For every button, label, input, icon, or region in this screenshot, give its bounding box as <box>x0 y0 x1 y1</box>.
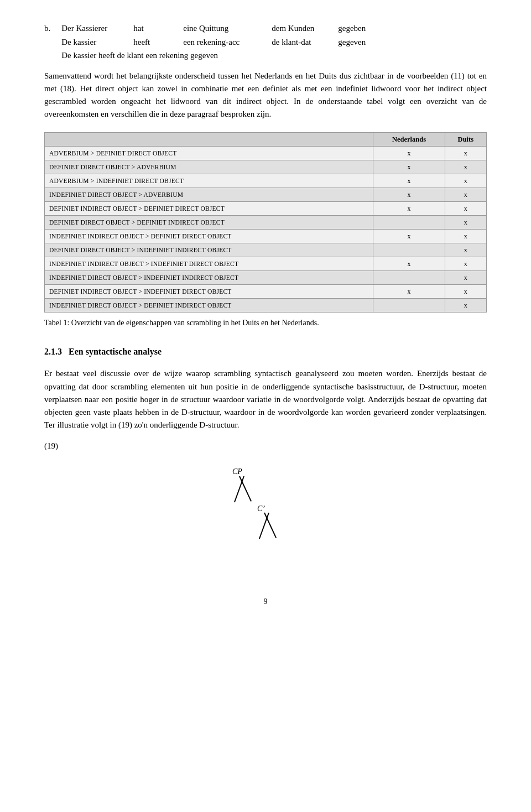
table-row: DEFINIET INDIRECT OBJECT > DEFINIET DIRE… <box>45 202 487 216</box>
section-b-label: b. <box>44 22 50 64</box>
line2-col4: de klant-dat <box>272 36 338 49</box>
table-cell-label: ADVERBIUM > DEFINIET DIRECT OBJECT <box>45 147 373 160</box>
table-cell-label: DEFINIET INDIRECT OBJECT > INDEFINIET DI… <box>45 285 373 299</box>
table-cell-du: x <box>445 271 486 285</box>
example-line-1: Der Kassierer hat eine Quittung dem Kund… <box>61 22 487 35</box>
table-cell-label: DEFINIET DIRECT OBJECT > INDEFINIET INDI… <box>45 243 373 257</box>
table-cell-nl <box>373 271 445 285</box>
table-cell-du: x <box>445 230 486 243</box>
line1-col1: Der Kassierer <box>61 22 133 35</box>
table-cell-nl <box>373 299 445 313</box>
table-cell-nl: x <box>373 285 445 299</box>
tree-node-cp: CP <box>232 466 242 477</box>
table-cell-nl: x <box>373 202 445 216</box>
table-row: INDEFINIET DIRECT OBJECT > ADVERBIUMxx <box>45 188 487 202</box>
line2-col3: een rekening-acc <box>183 36 272 49</box>
table-cell-label: DEFINIET DIRECT OBJECT > ADVERBIUM <box>45 160 373 174</box>
paragraph-1: Samenvattend wordt het belangrijkste ond… <box>44 70 487 121</box>
table-row: DEFINIET DIRECT OBJECT > ADVERBIUMxx <box>45 160 487 174</box>
table-row: INDEFINIET DIRECT OBJECT > INDEFINIET IN… <box>45 271 487 285</box>
table-cell-nl: x <box>373 174 445 188</box>
section-213-heading: 2.1.3 Een syntactische analyse <box>44 345 487 358</box>
table-cell-label: INDEFINIET INDIRECT OBJECT > DEFINIET DI… <box>45 230 373 243</box>
table-row: INDEFINIET DIRECT OBJECT > DEFINIET INDI… <box>45 299 487 313</box>
tree-line-cp-left <box>239 476 252 502</box>
table-row: DEFINIET INDIRECT OBJECT > INDEFINIET DI… <box>45 285 487 299</box>
paragraph-2: Er bestaat veel discussie over de wijze … <box>44 367 487 431</box>
table-header-du: Duits <box>445 132 486 147</box>
table-cell-du: x <box>445 202 486 216</box>
line1-col5: gegeben <box>338 22 366 35</box>
tree-line-cp-right <box>234 476 244 503</box>
page-number: 9 <box>44 596 487 607</box>
table-cell-label: DEFINIET INDIRECT OBJECT > DEFINIET DIRE… <box>45 202 373 216</box>
table-cell-du: x <box>445 174 486 188</box>
table-row: ADVERBIUM > INDEFINIET DIRECT OBJECTxx <box>45 174 487 188</box>
table-cell-nl: x <box>373 147 445 160</box>
table-caption: Tabel 1: Overzicht van de eigenschappen … <box>44 317 487 329</box>
line2-col2: heeft <box>133 36 183 49</box>
table-cell-nl: x <box>373 160 445 174</box>
table-cell-du: x <box>445 160 486 174</box>
table-cell-du: x <box>445 147 486 160</box>
table-cell-du: x <box>445 216 486 230</box>
example-19-label: (19) <box>44 440 487 452</box>
table-cell-du: x <box>445 243 486 257</box>
line2-col1: De kassier <box>61 36 133 49</box>
line2-col5: gegeven <box>338 36 366 49</box>
table-cell-label: DEFINIET DIRECT OBJECT > DEFINIET INDIRE… <box>45 216 373 230</box>
tree-line-cprime-left <box>264 513 277 538</box>
table-row: ADVERBIUM > DEFINIET DIRECT OBJECTxx <box>45 147 487 160</box>
table-cell-du: x <box>445 188 486 202</box>
table-cell-label: INDEFINIET DIRECT OBJECT > INDEFINIET IN… <box>45 271 373 285</box>
section-b-content: Der Kassierer hat eine Quittung dem Kund… <box>61 22 487 64</box>
table-cell-nl: x <box>373 230 445 243</box>
example-line-2: De kassier heeft een rekening-acc de kla… <box>61 36 487 49</box>
table-cell-du: x <box>445 299 486 313</box>
table-cell-label: INDEFINIET DIRECT OBJECT > ADVERBIUM <box>45 188 373 202</box>
table-row: INDEFINIET INDIRECT OBJECT > INDEFINIET … <box>45 257 487 271</box>
table-cell-nl: x <box>373 188 445 202</box>
table-cell-nl: x <box>373 257 445 271</box>
section-213-title: Een syntactische analyse <box>69 347 162 356</box>
table-cell-label: INDEFINIET DIRECT OBJECT > DEFINIET INDI… <box>45 299 373 313</box>
section-b: b. Der Kassierer hat eine Quittung dem K… <box>44 22 487 64</box>
line1-col4: dem Kunden <box>272 22 338 35</box>
table-cell-nl <box>373 243 445 257</box>
section-213-number: 2.1.3 <box>44 347 62 356</box>
example-line-3: De kassier heeft de klant een rekening g… <box>61 49 487 62</box>
tree-line-cprime-right <box>259 513 269 539</box>
table-cell-du: x <box>445 285 486 299</box>
table-cell-label: ADVERBIUM > INDEFINIET DIRECT OBJECT <box>45 174 373 188</box>
table-cell-du: x <box>445 257 486 271</box>
table-row: INDEFINIET INDIRECT OBJECT > DEFINIET DI… <box>45 230 487 243</box>
table-header-nl: Nederlands <box>373 132 445 147</box>
scrambling-table: Nederlands Duits ADVERBIUM > DEFINIET DI… <box>44 132 487 313</box>
syntax-tree: CP C’ <box>171 463 360 579</box>
table-cell-nl <box>373 216 445 230</box>
line1-col3: eine Quittung <box>183 22 272 35</box>
line1-col2: hat <box>133 22 183 35</box>
table-row: DEFINIET DIRECT OBJECT > INDEFINIET INDI… <box>45 243 487 257</box>
table-cell-label: INDEFINIET INDIRECT OBJECT > INDEFINIET … <box>45 257 373 271</box>
table-row: DEFINIET DIRECT OBJECT > DEFINIET INDIRE… <box>45 216 487 230</box>
table-header-label <box>45 132 373 147</box>
